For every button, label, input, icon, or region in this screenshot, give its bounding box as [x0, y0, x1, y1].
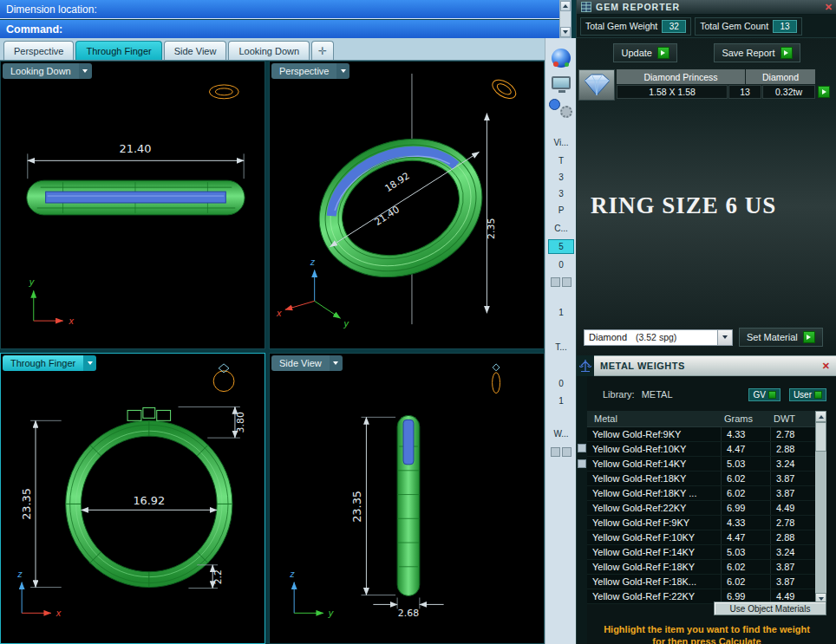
material-row: Diamond (3.52 spg) Set Material	[584, 328, 833, 347]
gem-type-header[interactable]: Diamond	[746, 69, 815, 84]
scrollbar-thumb[interactable]	[815, 422, 826, 452]
table-row[interactable]: Yellow Gold-Ref:14KY5.033.24	[587, 457, 815, 472]
user-go-icon[interactable]	[814, 391, 822, 399]
viewport-title-dropdown[interactable]: Through Finger	[3, 355, 96, 371]
panel-tab[interactable]: W...	[548, 426, 574, 441]
looking-down-canvas[interactable]: 21.40 y x	[1, 62, 265, 348]
table-row[interactable]: Yellow Gold-Ref F:9KY4.332.78	[587, 516, 815, 530]
metal-table-scrollbar[interactable]	[815, 411, 826, 604]
table-row[interactable]: Yellow Gold-Ref F:10KY4.472.88	[587, 530, 815, 545]
table-row[interactable]: Yellow Gold-Ref:18KY ...6.023.87	[587, 486, 815, 501]
tab-side-view[interactable]: Side View	[164, 41, 227, 60]
panel-tab[interactable]: 1	[548, 305, 574, 320]
table-row[interactable]: Yellow Gold-Ref:9KY4.332.78	[587, 427, 815, 442]
update-go-icon[interactable]	[657, 47, 669, 59]
gem-name-header[interactable]: Diamond Princess	[617, 69, 745, 84]
table-row[interactable]: Yellow Gold-Ref F:18K...6.023.87	[587, 575, 815, 589]
col-dwt[interactable]: DWT	[770, 413, 815, 424]
tab-perspective[interactable]: Perspective	[3, 41, 74, 60]
table-row[interactable]: Yellow Gold-Ref:22KY6.994.49	[587, 501, 815, 516]
panel-tab[interactable]: 3	[548, 170, 574, 185]
gear-icon[interactable]	[560, 106, 572, 118]
table-row[interactable]: Yellow Gold-Ref:10KY4.472.88	[587, 442, 815, 457]
tab-label: Looking Down	[238, 46, 299, 56]
command-scrollbar[interactable]	[559, 0, 571, 38]
scroll-down-icon[interactable]	[560, 27, 571, 37]
table-row[interactable]: Yellow Gold-Ref F:14KY5.033.24	[587, 545, 815, 560]
save-report-button[interactable]: Save Report	[714, 43, 800, 62]
chevron-down-icon[interactable]	[330, 355, 343, 371]
panel-icon[interactable]	[551, 277, 560, 287]
panel-icon[interactable]	[562, 277, 571, 287]
panel-tab[interactable]: 1	[548, 394, 574, 408]
save-report-go-icon[interactable]	[780, 47, 793, 59]
panel-tab[interactable]: P	[548, 203, 574, 218]
rail-icon[interactable]	[578, 459, 586, 468]
panel-icon[interactable]	[562, 447, 571, 457]
viewport-looking-down[interactable]: 21.40 y x	[0, 61, 265, 349]
chevron-down-icon[interactable]	[336, 63, 349, 79]
panel-tab[interactable]: 0	[548, 376, 574, 391]
material-dropdown[interactable]: Diamond (3.52 spg)	[584, 329, 733, 346]
gem-count: 13	[740, 87, 750, 97]
chevron-down-icon[interactable]	[83, 355, 96, 371]
side-view-canvas[interactable]: 23.35 2.68 z y	[270, 354, 544, 643]
gem-count-cell[interactable]: 13	[728, 85, 761, 99]
gallery-detail	[127, 410, 141, 420]
panel-icon[interactable]	[551, 447, 560, 457]
gem-size-cell[interactable]: 1.58 X 1.58	[617, 85, 728, 99]
user-button[interactable]: User	[789, 388, 826, 401]
close-icon[interactable]: ✕	[822, 361, 830, 371]
tab-through-finger[interactable]: Through Finger	[75, 41, 161, 60]
panel-tab[interactable]: T...	[548, 340, 574, 355]
col-grams[interactable]: Grams	[721, 413, 770, 424]
chevron-down-icon[interactable]	[717, 330, 732, 345]
zoom-icon[interactable]	[549, 99, 560, 110]
metal-weights-title[interactable]: METAL WEIGHTS ✕	[594, 355, 836, 376]
viewport-title-dropdown[interactable]: Side View	[271, 355, 343, 371]
tab-add-viewport[interactable]: ✛	[311, 41, 334, 60]
display-icon[interactable]	[552, 76, 571, 89]
panel-tab[interactable]: C...	[548, 221, 574, 236]
panel-tab-viewports[interactable]: Vi...	[548, 135, 574, 150]
gv-button[interactable]: GV	[748, 388, 780, 401]
total-gem-count-value[interactable]: 13	[773, 20, 797, 33]
gv-go-icon[interactable]	[768, 391, 776, 399]
chevron-down-icon[interactable]	[79, 63, 92, 79]
table-row[interactable]: Yellow Gold-Ref F:18KY6.023.87	[587, 560, 815, 575]
viewport-perspective[interactable]: 18.92 21.40 2.35 z x y	[269, 61, 545, 349]
scroll-up-icon[interactable]	[815, 411, 826, 422]
panel-tab[interactable]: T	[548, 153, 574, 168]
viewport-through-finger[interactable]: 23.35 16.92 3.80 2.2	[0, 353, 265, 644]
set-material-button[interactable]: Set Material	[739, 328, 823, 347]
command-bar[interactable]: Command:	[0, 20, 559, 38]
gem-row-go-icon[interactable]	[818, 86, 830, 98]
update-button[interactable]: Update	[613, 43, 676, 62]
rail-icon[interactable]	[578, 444, 586, 452]
metal-weights-titlebar[interactable]: METAL WEIGHTS ✕	[577, 355, 836, 376]
panel-tab[interactable]: 3	[548, 186, 574, 201]
perspective-canvas[interactable]: 18.92 21.40 2.35 z x y	[270, 62, 544, 348]
metal-name: Yellow Gold-Ref:18KY ...	[587, 486, 721, 500]
render-icon[interactable]	[552, 49, 571, 68]
viewport-title-dropdown[interactable]: Perspective	[271, 63, 349, 79]
viewport-side-view[interactable]: 23.35 2.68 z y	[269, 353, 545, 644]
panel-tab-selected[interactable]: 5	[548, 239, 574, 254]
gem-thumbnail[interactable]	[578, 69, 615, 101]
viewport-title: Looking Down	[3, 63, 79, 79]
col-metal[interactable]: Metal	[587, 413, 721, 424]
set-material-go-icon[interactable]	[803, 331, 815, 343]
gem-reporter-titlebar[interactable]: GEM REPORTER ✕	[577, 0, 836, 15]
scroll-up-icon[interactable]	[560, 1, 571, 11]
panel-tab[interactable]: 0	[548, 257, 574, 272]
table-row[interactable]: Yellow Gold-Ref:18KY6.023.87	[587, 472, 815, 486]
total-gem-weight-value[interactable]: 32	[662, 20, 686, 33]
view-orientation-icon	[493, 364, 500, 394]
through-finger-canvas[interactable]: 23.35 16.92 3.80 2.2	[1, 354, 265, 643]
tab-looking-down[interactable]: Looking Down	[228, 41, 310, 60]
gem-weight-cell[interactable]: 0.32tw	[762, 85, 815, 99]
prompt-bar[interactable]: Dimension location:	[0, 0, 559, 19]
use-object-materials-button[interactable]: Use Object Materials	[714, 602, 826, 615]
viewport-title-dropdown[interactable]: Looking Down	[3, 63, 92, 79]
close-icon[interactable]: ✕	[825, 3, 833, 12]
